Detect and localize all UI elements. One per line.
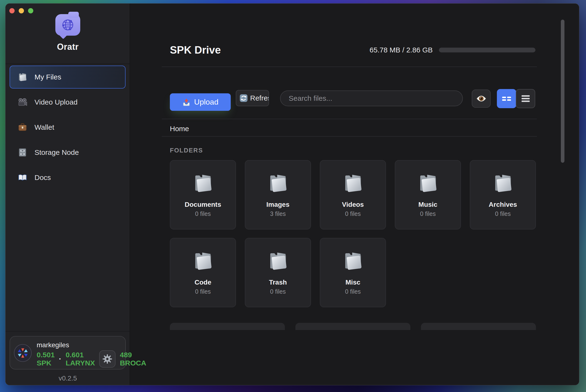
minimize-button[interactable] [19,8,24,14]
folder-grid-row-2: Code 0 files Trash 0 files Misc 0 files [170,238,536,307]
window-controls [9,8,33,14]
drive-header: SPK Drive 65.78 MB / 2.86 GB [170,43,535,57]
folder-name: Videos [342,201,364,208]
page-title: SPK Drive [170,44,221,56]
folder-card-trash[interactable]: Trash 0 files [245,238,311,307]
folder-name: Documents [185,201,221,208]
zoom-button[interactable] [28,8,33,14]
folder-count: 0 files [195,210,211,217]
folder-count: 0 files [345,210,361,217]
folder-name: Music [418,201,437,208]
search-box [280,90,463,106]
close-button[interactable] [9,8,15,14]
folder-icon [341,251,364,271]
sidebar: Oratr My Files [6,4,130,385]
header-divider [162,66,537,67]
search-input[interactable] [289,94,454,102]
larynx-balance: 0.601LARYNX [66,351,95,367]
partial-card[interactable] [296,323,410,330]
open-book-icon [17,173,28,182]
app-logo [55,14,80,36]
sidebar-item-video-upload[interactable]: Video Upload [10,91,126,114]
folder-count: 0 files [420,210,436,217]
sidebar-item-label: Storage Node [35,148,79,156]
folder-grid-row-1: Documents 0 files Images 3 files Videos … [170,160,536,230]
toolbar-divider [162,119,537,119]
storage-indicator: 65.78 MB / 2.86 GB [370,46,535,54]
app-window: Oratr My Files [5,3,579,385]
grid-view-icon [502,97,511,101]
files-row-partial [170,323,536,330]
sidebar-divider [6,64,130,64]
folder-card-videos[interactable]: Videos 0 files [320,160,386,230]
folder-count: 3 files [270,210,285,217]
main-content: SPK Drive 65.78 MB / 2.86 GB Upload [130,4,579,385]
folder-card-documents[interactable]: Documents 0 files [170,160,236,230]
globe-icon [61,18,75,32]
view-toggle-group [497,89,535,108]
username: markegiles [37,341,128,349]
spk-balance: 0.501SPK [37,351,55,367]
user-info: markegiles 0.501SPK · 0.601LARYNX [37,341,128,368]
folder-count: 0 files [195,288,211,295]
sidebar-item-label: Wallet [35,123,54,132]
folder-name: Archives [489,201,517,208]
refresh-icon [239,94,248,102]
balances: 0.501SPK · 0.601LARYNX [37,350,128,368]
user-card: markegiles 0.501SPK · 0.601LARYNX [10,336,126,370]
breadcrumb-divider [162,136,537,137]
app-name: Oratr [57,42,79,52]
upload-tray-icon [182,98,191,106]
list-view-button[interactable] [516,89,535,108]
sidebar-footer-divider [6,331,130,332]
folder-name: Images [266,201,290,208]
storage-usage-text: 65.78 MB / 2.86 GB [370,46,433,54]
avatar [14,344,32,362]
folder-card-images[interactable]: Images 3 files [245,160,311,230]
refresh-button[interactable]: Refresh [236,90,269,106]
folder-card-misc[interactable]: Misc 0 files [320,238,386,307]
preview-toggle-button[interactable] [472,90,491,108]
sidebar-item-docs[interactable]: Docs [10,166,126,189]
folder-name: Trash [269,278,287,286]
sidebar-nav: My Files Video Upload [10,66,126,189]
eye-icon [476,95,487,102]
folder-name: Code [194,278,211,286]
balance-separator: · [59,355,61,363]
folder-card-code[interactable]: Code 0 files [170,238,236,307]
app-version: v0.2.5 [6,374,130,382]
refresh-label: Refresh [250,94,269,102]
folders-section-label: FOLDERS [170,147,203,154]
folder-icon [191,173,214,193]
folder-count: 0 files [495,210,510,217]
list-view-icon [521,94,530,103]
upload-label: Upload [194,98,218,106]
folder-icon [491,173,514,193]
gear-icon [102,354,112,364]
sidebar-item-label: Video Upload [35,98,78,106]
folder-icon [17,72,28,82]
sidebar-item-my-files[interactable]: My Files [10,66,126,88]
upload-button[interactable]: Upload [170,93,231,111]
folder-icon [416,173,439,193]
folder-count: 0 files [345,288,361,295]
sidebar-item-wallet[interactable]: Wallet [10,116,126,139]
file-cabinet-icon [17,148,28,157]
sidebar-item-label: My Files [35,73,61,81]
sidebar-item-storage-node[interactable]: Storage Node [10,141,126,164]
folder-icon [266,251,289,271]
settings-button[interactable] [99,350,116,368]
scrollbar-thumb[interactable] [561,20,564,163]
folder-icon [266,173,289,193]
folder-count: 0 files [270,288,285,295]
folder-icon [191,251,214,271]
partial-card[interactable] [421,323,536,330]
breadcrumb[interactable]: Home [170,125,189,133]
grid-view-button[interactable] [497,89,516,108]
folder-card-music[interactable]: Music 0 files [395,160,461,230]
app-logo-block: Oratr [6,14,130,52]
partial-card[interactable] [170,323,285,330]
storage-progress-bar [439,48,535,52]
folder-card-archives[interactable]: Archives 0 files [470,160,536,230]
briefcase-icon [17,122,28,132]
